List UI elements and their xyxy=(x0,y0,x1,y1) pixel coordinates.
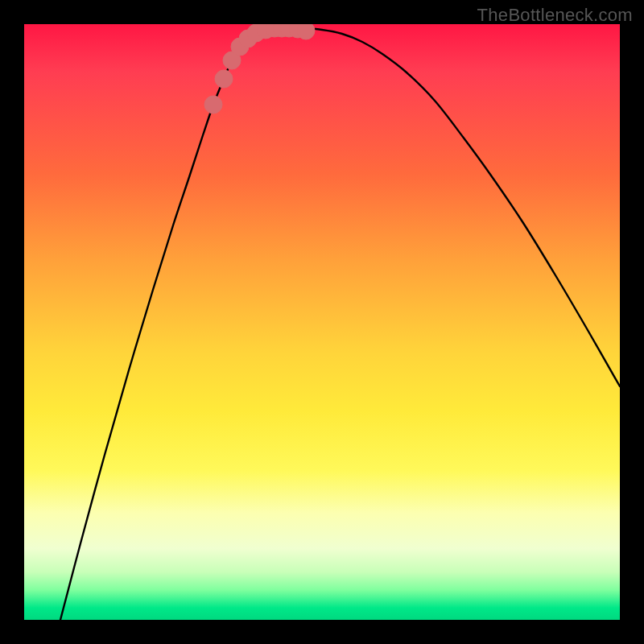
chart-svg xyxy=(24,24,620,620)
trough-markers-group xyxy=(204,24,315,114)
outer-frame: TheBottleneck.com xyxy=(0,0,644,644)
trough-marker xyxy=(297,24,315,39)
plot-area xyxy=(24,24,620,620)
bottleneck-curve xyxy=(60,28,620,620)
trough-marker xyxy=(204,96,222,114)
trough-marker xyxy=(215,70,233,88)
watermark-text: TheBottleneck.com xyxy=(477,5,633,26)
